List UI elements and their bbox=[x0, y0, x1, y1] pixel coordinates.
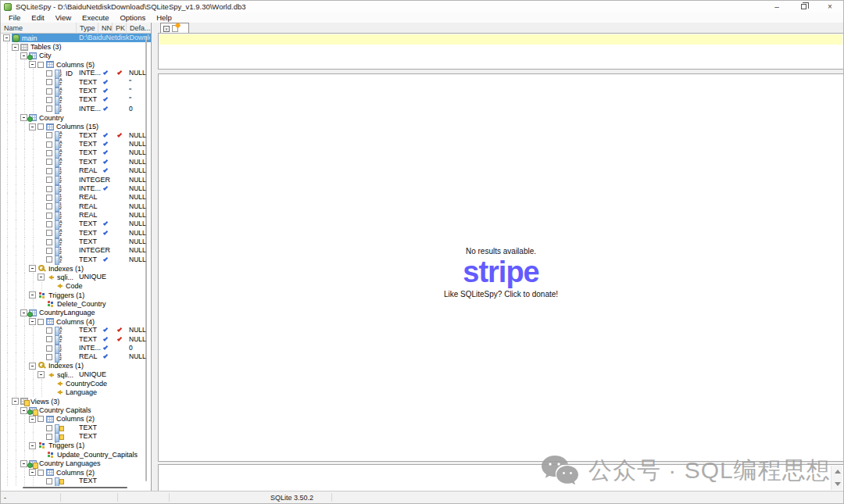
expander-icon[interactable] bbox=[12, 398, 19, 405]
tree-row[interactable]: Country Languages bbox=[1, 459, 151, 468]
tree-row[interactable]: INTE...0 bbox=[1, 344, 151, 352]
tree-row[interactable]: REALNULL bbox=[1, 352, 151, 361]
tree-header-pk[interactable]: PK bbox=[113, 23, 127, 34]
tree-row[interactable]: Language bbox=[1, 388, 151, 397]
tree-row[interactable]: Triggers (1) bbox=[1, 441, 151, 450]
expander-icon[interactable] bbox=[12, 44, 19, 51]
sql-editor[interactable] bbox=[158, 33, 844, 70]
tree-row[interactable]: REALNULL bbox=[1, 193, 151, 202]
tree-row[interactable]: Columns (2) bbox=[1, 468, 151, 477]
tree-row[interactable]: Views (3) bbox=[1, 397, 151, 406]
tree-row[interactable]: INTE...NULL bbox=[1, 184, 151, 193]
tree-row[interactable]: Country bbox=[1, 113, 151, 122]
checkbox[interactable] bbox=[46, 213, 52, 219]
tree-row[interactable]: CountryLanguage bbox=[1, 309, 151, 317]
donate-text[interactable]: Like SQLiteSpy? Click to donate! bbox=[159, 290, 843, 298]
tree-header-name[interactable]: Name bbox=[1, 23, 77, 34]
tree-row[interactable]: IDINTE...NULL bbox=[1, 69, 151, 77]
scroll-up-icon[interactable] bbox=[835, 470, 841, 474]
tree-row[interactable]: CountryCode bbox=[1, 379, 151, 388]
expander-icon[interactable] bbox=[20, 114, 27, 121]
tree-row[interactable]: INTE...0 bbox=[1, 105, 151, 113]
checkbox[interactable] bbox=[38, 416, 44, 422]
expander-icon[interactable] bbox=[20, 460, 27, 467]
new-query-icon[interactable] bbox=[172, 25, 178, 32]
tree-row[interactable]: REALNULL bbox=[1, 166, 151, 175]
expander-icon[interactable] bbox=[20, 407, 27, 414]
tree-row[interactable]: Columns (4) bbox=[1, 317, 151, 326]
checkbox[interactable] bbox=[46, 70, 52, 77]
minimize-button[interactable]: – bbox=[764, 1, 790, 13]
checkbox[interactable] bbox=[38, 470, 44, 476]
expander-icon[interactable] bbox=[38, 371, 45, 378]
tree-row[interactable]: Columns (15) bbox=[1, 122, 151, 130]
result-grid[interactable]: No results available. stripe Like SQLite… bbox=[158, 73, 844, 462]
tree-header-nn[interactable]: NN bbox=[98, 23, 113, 34]
expander-icon[interactable] bbox=[20, 52, 27, 59]
checkbox[interactable] bbox=[38, 123, 44, 130]
checkbox[interactable] bbox=[46, 195, 52, 201]
expander-icon[interactable] bbox=[29, 442, 36, 449]
tree-row[interactable]: Delete_Country bbox=[1, 299, 151, 308]
restore-button[interactable] bbox=[790, 1, 817, 13]
menu-item-view[interactable]: View bbox=[50, 13, 77, 22]
tree-row[interactable]: Columns (2) bbox=[1, 415, 151, 424]
tree-row[interactable]: TEXTNULL bbox=[1, 140, 151, 148]
tree-row[interactable]: TEXTNULL bbox=[1, 158, 151, 166]
query-tab[interactable]: x bbox=[160, 23, 189, 34]
menu-item-options[interactable]: Options bbox=[114, 13, 151, 22]
stripe-logo[interactable]: stripe bbox=[159, 258, 843, 286]
tree-row[interactable]: TEXTNULL bbox=[1, 326, 151, 334]
tree-row[interactable]: INTEGERNULL bbox=[1, 176, 151, 184]
checkbox[interactable] bbox=[46, 97, 52, 103]
menu-item-file[interactable]: File bbox=[3, 13, 26, 22]
expander-icon[interactable] bbox=[29, 123, 36, 130]
expander-icon[interactable] bbox=[29, 291, 36, 298]
checkbox[interactable] bbox=[46, 478, 52, 484]
tree-row[interactable]: sqli...UNIQUE bbox=[1, 370, 151, 379]
tree-row[interactable]: TEXTNULL bbox=[1, 256, 151, 264]
tree-header-default[interactable]: Defa... bbox=[127, 23, 152, 34]
tree-row[interactable]: Triggers (1) bbox=[1, 291, 151, 299]
tree-row[interactable]: TEXTNULL bbox=[1, 131, 151, 140]
tree-row[interactable]: Code bbox=[1, 282, 151, 291]
tree-row[interactable]: TEXT bbox=[1, 477, 151, 485]
close-button[interactable]: × bbox=[817, 1, 843, 13]
menu-item-edit[interactable]: Edit bbox=[26, 13, 49, 22]
tree-row[interactable]: Indexes (1) bbox=[1, 362, 151, 370]
tree-row[interactable]: City bbox=[1, 52, 151, 60]
expander-icon[interactable] bbox=[3, 34, 10, 41]
checkbox[interactable] bbox=[46, 345, 52, 352]
checkbox[interactable] bbox=[46, 186, 52, 192]
editor-current-line[interactable] bbox=[159, 34, 842, 45]
checkbox[interactable] bbox=[46, 203, 52, 209]
tree-row[interactable]: Country Capitals bbox=[1, 406, 151, 414]
expander-icon[interactable] bbox=[29, 265, 36, 272]
bottom-pane-scrollbar[interactable] bbox=[831, 466, 842, 490]
expander-icon[interactable] bbox=[29, 61, 36, 68]
expander-icon[interactable] bbox=[38, 273, 45, 281]
tree-header-type[interactable]: Type bbox=[77, 23, 98, 34]
tree-row[interactable]: TEXT'' bbox=[1, 87, 151, 95]
checkbox[interactable] bbox=[46, 159, 52, 165]
checkbox[interactable] bbox=[46, 239, 52, 245]
tree-row[interactable]: TEXTNULL bbox=[1, 220, 151, 228]
expander-icon[interactable] bbox=[29, 416, 36, 423]
checkbox[interactable] bbox=[38, 319, 44, 325]
tree-row[interactable]: INTEGERNULL bbox=[1, 246, 151, 255]
checkbox[interactable] bbox=[46, 221, 52, 227]
tree-row[interactable]: Tables (3) bbox=[1, 42, 151, 51]
checkbox[interactable] bbox=[46, 434, 52, 440]
tree-horizontal-scrollbar[interactable] bbox=[23, 487, 127, 488]
checkbox[interactable] bbox=[46, 132, 52, 138]
menu-item-execute[interactable]: Execute bbox=[77, 13, 114, 22]
checkbox[interactable] bbox=[46, 168, 52, 174]
expander-icon[interactable] bbox=[20, 309, 27, 316]
checkbox[interactable] bbox=[46, 88, 52, 95]
tree-row[interactable]: TEXT bbox=[1, 432, 151, 441]
checkbox[interactable] bbox=[46, 105, 52, 112]
tree-row[interactable]: REALNULL bbox=[1, 211, 151, 220]
checkbox[interactable] bbox=[46, 79, 52, 85]
checkbox[interactable] bbox=[46, 354, 52, 360]
tree-row[interactable]: TEXT'' bbox=[1, 78, 151, 87]
